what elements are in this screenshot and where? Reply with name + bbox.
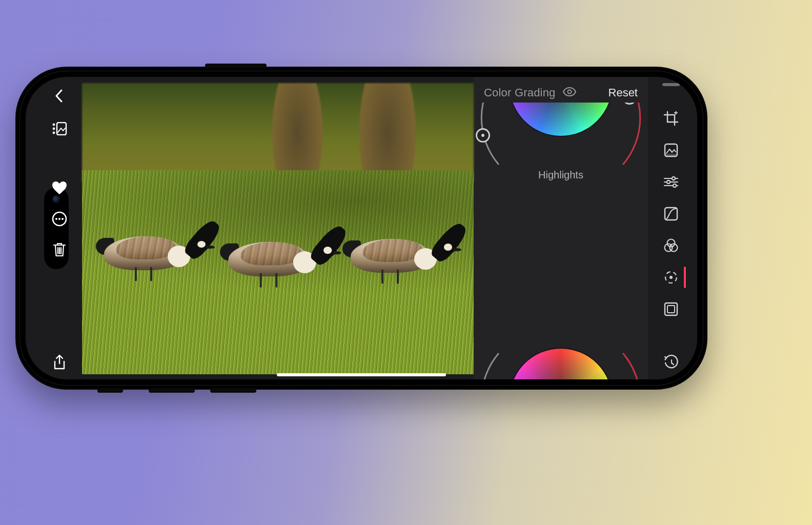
overlay-tool[interactable] [663, 238, 679, 253]
power-button [205, 64, 267, 68]
preview-toggle-icon[interactable] [563, 87, 576, 98]
svg-point-15 [667, 239, 675, 247]
iphone-frame: Color Grading Reset [15, 67, 707, 390]
highlights-luminance-handle[interactable] [476, 128, 490, 143]
svg-point-13 [673, 184, 676, 187]
crop-tool[interactable] [663, 111, 679, 126]
svg-point-0 [53, 124, 55, 126]
highlights-color-wheel[interactable] [510, 103, 612, 136]
svg-point-12 [667, 180, 670, 184]
svg-rect-21 [667, 306, 675, 313]
svg-point-1 [53, 128, 55, 130]
panel-drag-handle[interactable] [662, 83, 680, 86]
favorite-button[interactable] [52, 180, 67, 196]
highlights-label: Highlights [474, 169, 648, 181]
volume-up-button [149, 389, 195, 393]
share-button[interactable] [52, 355, 67, 370]
back-button[interactable] [52, 88, 67, 104]
subject-goose [218, 210, 322, 289]
svg-point-2 [53, 132, 55, 134]
more-button[interactable] [52, 211, 67, 227]
midtones-group: Midtones [474, 349, 648, 379]
selected-indicator [684, 267, 686, 288]
curves-tool[interactable] [663, 206, 679, 221]
delete-button[interactable] [52, 242, 67, 257]
adjust-tool[interactable] [663, 174, 679, 190]
subject-goose [340, 208, 443, 285]
frame-tool[interactable] [663, 301, 679, 317]
panel-title: Color Grading [484, 86, 556, 99]
svg-point-8 [567, 90, 571, 94]
svg-point-6 [58, 218, 60, 220]
right-toolbar [648, 77, 697, 379]
midtones-luminance-arc[interactable] [474, 344, 503, 379]
volume-down-button [210, 389, 256, 393]
svg-rect-20 [665, 303, 677, 315]
midtones-color-wheel[interactable] [510, 349, 612, 379]
photo-canvas[interactable] [82, 77, 474, 379]
filters-tool[interactable] [663, 143, 679, 158]
subject-goose [94, 206, 196, 282]
svg-point-19 [669, 276, 673, 279]
svg-point-5 [55, 218, 57, 220]
left-toolbar [26, 77, 82, 379]
library-button[interactable] [52, 121, 67, 136]
color-grading-tool[interactable] [663, 270, 679, 285]
reset-button[interactable]: Reset [608, 86, 638, 99]
photo-preview [82, 83, 474, 374]
midtones-saturation-arc[interactable] [618, 344, 648, 379]
svg-rect-10 [665, 154, 677, 156]
svg-point-17 [670, 244, 678, 252]
highlights-saturation-arc[interactable] [618, 103, 648, 174]
highlights-group: Highlights [474, 103, 648, 215]
history-tool[interactable] [663, 355, 679, 370]
action-button [97, 389, 123, 393]
svg-point-7 [62, 218, 64, 220]
wallpaper: Color Grading Reset [0, 0, 812, 525]
color-grading-panel: Color Grading Reset [474, 77, 648, 379]
svg-point-11 [672, 177, 675, 180]
home-indicator[interactable] [277, 373, 446, 376]
screen: Color Grading Reset [26, 77, 697, 379]
